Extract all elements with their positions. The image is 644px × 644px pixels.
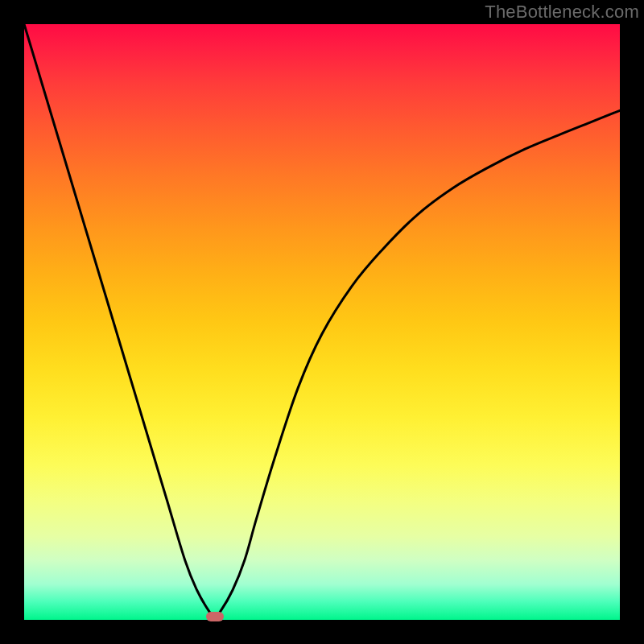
watermark-text: TheBottleneck.com [485, 2, 639, 23]
curve-path [24, 24, 620, 617]
minimum-marker [206, 612, 224, 621]
bottleneck-curve [24, 24, 620, 620]
